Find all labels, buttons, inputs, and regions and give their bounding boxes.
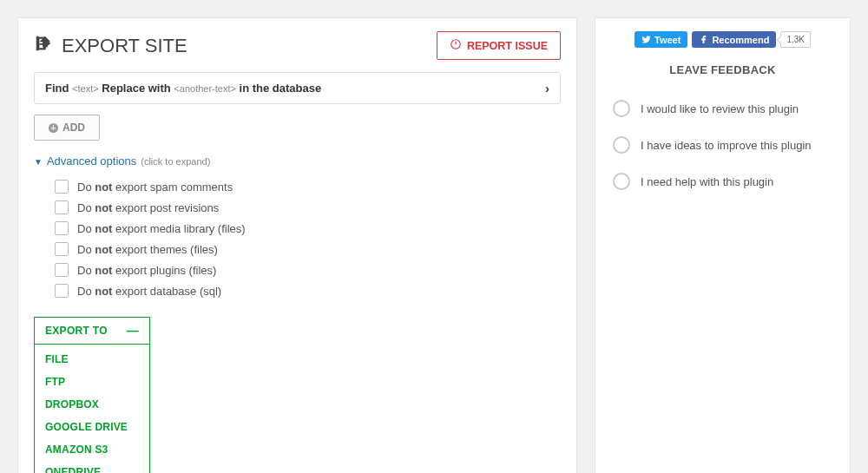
advanced-options-hint: (click to expand) — [141, 156, 210, 167]
panel-header: EXPORT SITE REPORT ISSUE — [34, 31, 561, 60]
option-label: Do not export post revisions — [77, 201, 219, 214]
checkbox[interactable] — [55, 242, 69, 256]
checkbox[interactable] — [55, 263, 69, 277]
find-replace-text: Find <text> Replace with <another-text> … — [45, 82, 321, 95]
advanced-option: Do not export database (sql) — [55, 280, 561, 301]
advanced-option: Do not export plugins (files) — [55, 259, 561, 280]
export-target[interactable]: FTP — [35, 371, 149, 393]
recommend-label: Recommend — [712, 35, 769, 45]
caret-down-icon: ▼ — [34, 157, 43, 167]
report-issue-label: REPORT ISSUE — [467, 40, 548, 52]
radio[interactable] — [613, 136, 630, 154]
minus-icon: — — [127, 326, 139, 335]
export-target[interactable]: ONEDRIVE — [35, 461, 149, 473]
option-label: Do not export themes (files) — [77, 243, 218, 256]
checkbox[interactable] — [55, 200, 69, 214]
checkbox[interactable] — [55, 284, 69, 298]
advanced-option: Do not export media library (files) — [55, 218, 561, 239]
page-title-text: EXPORT SITE — [62, 35, 187, 57]
chevron-right-icon: › — [545, 81, 549, 95]
report-issue-button[interactable]: REPORT ISSUE — [437, 31, 561, 60]
tweet-label: Tweet — [654, 35, 681, 45]
find-replace-row[interactable]: Find <text> Replace with <another-text> … — [34, 72, 561, 104]
svg-point-2 — [456, 47, 457, 48]
tweet-button[interactable]: Tweet — [635, 31, 687, 48]
warning-icon — [450, 38, 462, 53]
feedback-label: I need help with this plugin — [641, 175, 773, 188]
export-site-panel: EXPORT SITE REPORT ISSUE Find <text> Rep… — [17, 17, 577, 473]
social-buttons: Tweet Recommend 1.3K — [611, 31, 834, 48]
feedback-list: I would like to review this pluginI have… — [611, 90, 834, 200]
export-to-label: EXPORT TO — [45, 325, 108, 337]
option-label: Do not export media library (files) — [77, 222, 246, 235]
advanced-options-list: Do not export spam commentsDo not export… — [34, 168, 561, 301]
add-button-label: ADD — [62, 122, 85, 134]
advanced-option: Do not export spam comments — [55, 176, 561, 197]
feedback-panel: Tweet Recommend 1.3K LEAVE FEEDBACK I wo… — [595, 17, 851, 473]
radio[interactable] — [613, 100, 630, 117]
share-count: 1.3K — [780, 31, 811, 48]
export-icon — [34, 34, 53, 58]
advanced-options-label: Advanced options — [47, 154, 136, 168]
option-label: Do not export database (sql) — [77, 285, 221, 298]
feedback-option: I would like to review this plugin — [611, 90, 834, 127]
page-title: EXPORT SITE — [34, 34, 187, 58]
feedback-title: LEAVE FEEDBACK — [611, 63, 834, 76]
export-target[interactable]: DROPBOX — [35, 393, 149, 416]
plus-icon: + — [49, 123, 58, 133]
feedback-label: I would like to review this plugin — [641, 102, 799, 115]
option-label: Do not export spam comments — [77, 181, 233, 194]
checkbox[interactable] — [55, 180, 69, 194]
advanced-options-toggle[interactable]: ▼ Advanced options (click to expand) — [34, 154, 561, 168]
export-target[interactable]: GOOGLE DRIVE — [35, 416, 149, 438]
facebook-icon — [699, 35, 708, 44]
advanced-options: ▼ Advanced options (click to expand) Do … — [34, 154, 561, 301]
export-to-dropdown: EXPORT TO — FILEFTPDROPBOXGOOGLE DRIVEAM… — [34, 317, 150, 473]
export-target[interactable]: AMAZON S3 — [35, 438, 149, 461]
export-targets-list: FILEFTPDROPBOXGOOGLE DRIVEAMAZON S3ONEDR… — [35, 345, 149, 473]
add-button[interactable]: + ADD — [34, 115, 100, 141]
share-count-value: 1.3K — [786, 35, 805, 44]
twitter-icon — [641, 35, 651, 44]
feedback-option: I have ideas to improve this plugin — [611, 127, 834, 163]
feedback-label: I have ideas to improve this plugin — [641, 139, 812, 152]
advanced-option: Do not export post revisions — [55, 197, 561, 218]
option-label: Do not export plugins (files) — [77, 264, 216, 277]
recommend-button[interactable]: Recommend — [692, 31, 776, 48]
radio[interactable] — [613, 173, 630, 190]
advanced-option: Do not export themes (files) — [55, 239, 561, 259]
export-to-button[interactable]: EXPORT TO — — [35, 318, 149, 345]
checkbox[interactable] — [55, 221, 69, 235]
export-target[interactable]: FILE — [35, 345, 149, 371]
feedback-option: I need help with this plugin — [611, 163, 834, 200]
